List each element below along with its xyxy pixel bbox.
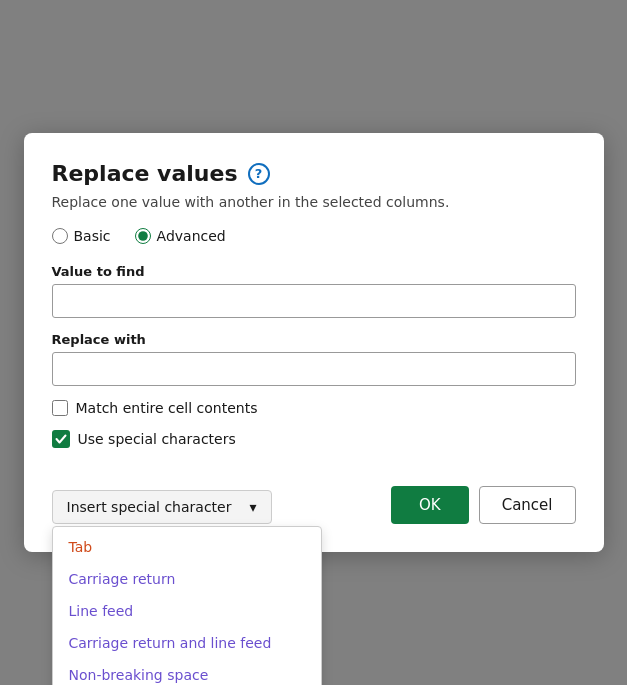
match-entire-label: Match entire cell contents xyxy=(76,400,258,416)
use-special-label: Use special characters xyxy=(78,431,236,447)
match-entire-checkbox[interactable] xyxy=(52,400,68,416)
insert-special-dropdown-wrapper: Insert special character ▾ Tab Carriage … xyxy=(52,490,322,524)
replace-with-input[interactable] xyxy=(52,352,576,386)
dropdown-item-nbsp[interactable]: Non-breaking space xyxy=(53,659,321,685)
radio-advanced[interactable]: Advanced xyxy=(135,228,226,244)
radio-basic[interactable]: Basic xyxy=(52,228,111,244)
radio-basic-input[interactable] xyxy=(52,228,68,244)
ok-button[interactable]: OK xyxy=(391,486,469,524)
insert-special-dropdown-button[interactable]: Insert special character ▾ xyxy=(52,490,272,524)
help-icon[interactable]: ? xyxy=(248,163,270,185)
mode-radio-group: Basic Advanced xyxy=(52,228,576,244)
value-to-find-label: Value to find xyxy=(52,264,576,279)
dropdown-item-crlf[interactable]: Carriage return and line feed xyxy=(53,627,321,659)
dropdown-menu: Tab Carriage return Line feed Carriage r… xyxy=(52,526,322,685)
use-special-row: Use special characters xyxy=(52,430,576,448)
cancel-button[interactable]: Cancel xyxy=(479,486,576,524)
dialog-subtitle: Replace one value with another in the se… xyxy=(52,194,576,210)
dialog-header: Replace values ? xyxy=(52,161,576,186)
radio-advanced-input[interactable] xyxy=(135,228,151,244)
chevron-down-icon: ▾ xyxy=(249,499,256,515)
replace-with-label: Replace with xyxy=(52,332,576,347)
value-to-find-input[interactable] xyxy=(52,284,576,318)
dropdown-item-line-feed[interactable]: Line feed xyxy=(53,595,321,627)
use-special-checkbox[interactable] xyxy=(52,430,70,448)
dropdown-item-carriage-return[interactable]: Carriage return xyxy=(53,563,321,595)
replace-values-dialog: Replace values ? Replace one value with … xyxy=(24,133,604,552)
dialog-footer: OK Cancel xyxy=(391,486,575,524)
dropdown-item-tab[interactable]: Tab xyxy=(53,531,321,563)
match-entire-row: Match entire cell contents xyxy=(52,400,576,416)
dialog-title: Replace values xyxy=(52,161,238,186)
footer-row: Insert special character ▾ Tab Carriage … xyxy=(52,458,576,524)
checkmark-icon xyxy=(55,433,67,445)
